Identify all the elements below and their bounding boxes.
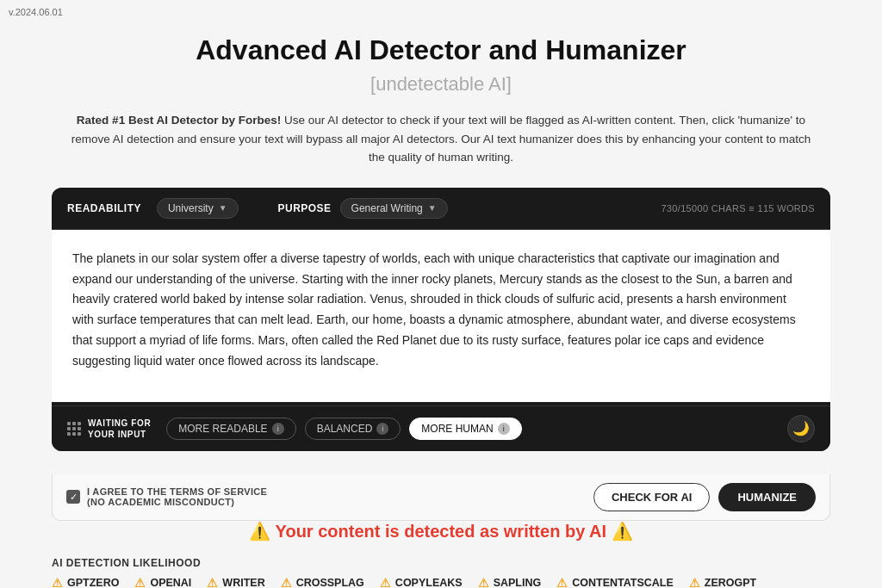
info-icon-balanced: i [376, 423, 388, 435]
purpose-label: PURPOSE [278, 202, 332, 214]
detection-likelihood-section: AI DETECTION LIKELIHOOD ⚠ GPTZERO ⚠ OPEN… [52, 557, 830, 588]
warn-icon-sapling: ⚠ [478, 576, 489, 588]
more-human-label: MORE HUMAN [421, 423, 493, 435]
more-readable-label: MORE READABLE [178, 423, 267, 435]
terms-checkbox[interactable]: ✓ [66, 490, 80, 504]
detection-message: Your content is detected as written by A… [276, 522, 607, 541]
detection-result: ⚠️ Your content is detected as written b… [52, 521, 830, 542]
detector-openai: ⚠ OPENAI [134, 576, 191, 588]
readability-dropdown[interactable]: University ▼ [157, 198, 239, 219]
chevron-down-icon-2: ▼ [428, 203, 437, 213]
detector-crossplag-label: CROSSPLAG [296, 577, 364, 588]
warn-icon-openai: ⚠ [134, 576, 146, 588]
main-title: Advanced AI Detector and Humanizer [52, 34, 830, 66]
detector-writer-label: WRITER [222, 577, 264, 588]
warn-icon-copyleaks: ⚠ [380, 576, 391, 588]
description-bold: Rated #1 Best AI Detector by Forbes! [77, 114, 281, 127]
detectors-row: ⚠ GPTZERO ⚠ OPENAI ⚠ WRITER ⚠ CROSSPLAG … [52, 576, 830, 588]
action-row: ✓ I AGREE TO THE TERMS OF SERVICE(NO ACA… [52, 474, 830, 521]
dark-mode-toggle[interactable]: 🌙 [787, 415, 815, 443]
top-bar-left: READABILITY University ▼ PURPOSE General… [67, 198, 448, 219]
detector-gptzero-label: GPTZERO [67, 577, 119, 588]
description: Rated #1 Best AI Detector by Forbes! Use… [71, 111, 811, 167]
detector-sapling-label: SAPLING [494, 577, 542, 588]
detector-crossplag: ⚠ CROSSPLAG [281, 576, 364, 588]
warning-icon-right: ⚠️ [612, 522, 633, 541]
terms-section: ✓ I AGREE TO THE TERMS OF SERVICE(NO ACA… [66, 486, 267, 507]
chevron-down-icon: ▼ [219, 203, 227, 213]
warn-icon-zerogpt: ⚠ [689, 576, 700, 588]
detector-zerogpt-label: ZEROGPT [705, 577, 756, 588]
warn-icon-contentatscale: ⚠ [556, 576, 568, 588]
warn-icon-writer: ⚠ [207, 576, 218, 588]
detector-contentatscale: ⚠ CONTENTATSCALE [556, 576, 674, 588]
char-count: 730/15000 CHARS ≡ 115 WORDS [661, 203, 815, 214]
purpose-dropdown[interactable]: General Writing ▼ [340, 198, 448, 219]
waiting-text: WAITING FOR YOUR INPUT [88, 418, 151, 440]
editor-bottom-bar: WAITING FOR YOUR INPUT MORE READABLE i B… [52, 405, 830, 451]
editor-top-bar: READABILITY University ▼ PURPOSE General… [52, 188, 830, 230]
check-for-ai-button[interactable]: CHECK FOR AI [593, 483, 710, 511]
info-icon-readable: i [272, 423, 284, 435]
balanced-btn[interactable]: BALANCED i [305, 418, 401, 440]
detector-writer: ⚠ WRITER [207, 576, 264, 588]
detector-copyleaks-label: COPYLEAKS [395, 577, 463, 588]
checkmark-icon: ✓ [70, 492, 78, 502]
likelihood-label: AI DETECTION LIKELIHOOD [52, 557, 830, 569]
waiting-section: WAITING FOR YOUR INPUT [67, 418, 151, 440]
text-input[interactable]: The planets in our solar system offer a … [52, 230, 830, 402]
balanced-label: BALANCED [317, 423, 373, 435]
more-readable-btn[interactable]: MORE READABLE i [166, 418, 295, 440]
warn-icon-crossplag: ⚠ [281, 576, 292, 588]
detection-warning-text: ⚠️ Your content is detected as written b… [52, 521, 830, 542]
detector-zerogpt: ⚠ ZEROGPT [689, 576, 756, 588]
detector-copyleaks: ⚠ COPYLEAKS [380, 576, 463, 588]
detector-contentatscale-label: CONTENTATSCALE [572, 577, 674, 588]
more-human-btn[interactable]: MORE HUMAN i [409, 418, 521, 440]
detector-openai-label: OPENAI [150, 577, 191, 588]
detector-sapling: ⚠ SAPLING [478, 576, 542, 588]
readability-label: READABILITY [67, 202, 141, 214]
info-icon-human: i [498, 423, 510, 435]
readability-value: University [168, 202, 214, 214]
purpose-section: PURPOSE General Writing ▼ [278, 198, 448, 219]
humanize-button[interactable]: HUMANIZE [718, 483, 816, 511]
warning-icon-left: ⚠️ [249, 522, 270, 541]
version-label: v.2024.06.01 [9, 7, 63, 17]
terms-text: I AGREE TO THE TERMS OF SERVICE(NO ACADE… [87, 486, 267, 507]
warn-icon-gptzero: ⚠ [52, 576, 63, 588]
subtitle: [undetectable AI] [52, 73, 830, 96]
detector-gptzero: ⚠ GPTZERO [52, 576, 119, 588]
action-buttons: CHECK FOR AI HUMANIZE [593, 483, 816, 511]
purpose-value: General Writing [351, 202, 423, 214]
grid-icon [67, 422, 81, 436]
editor-card: READABILITY University ▼ PURPOSE General… [52, 188, 830, 451]
moon-icon: 🌙 [792, 420, 810, 436]
